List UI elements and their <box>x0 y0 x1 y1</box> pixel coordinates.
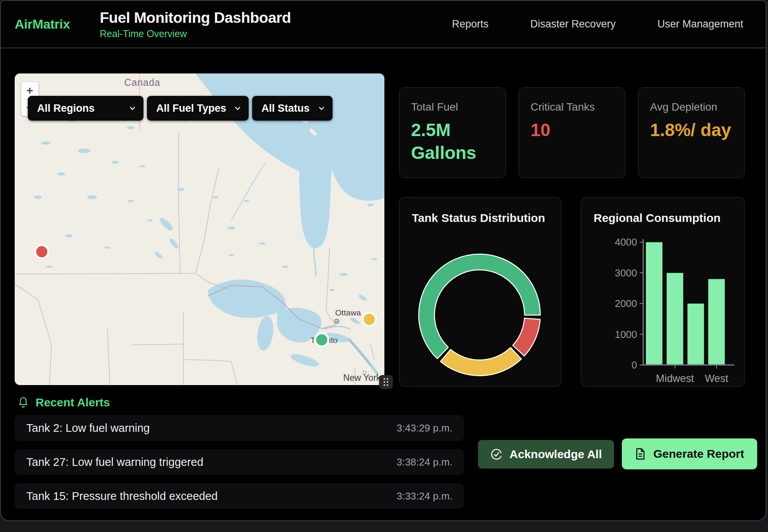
alert-time: 3:43:29 p.m. <box>396 422 452 434</box>
stat-value-total-fuel: 2.5M Gallons <box>411 119 494 164</box>
tank-marker-critical[interactable] <box>35 245 48 258</box>
app-logo: AirMatrix <box>15 17 70 32</box>
page-title: Fuel Monitoring Dashboard <box>100 9 291 26</box>
alerts-header: Recent Alerts <box>17 396 110 409</box>
map-label-country: Canada <box>124 77 160 88</box>
svg-text:3000: 3000 <box>615 268 637 278</box>
alert-row[interactable]: Tank 15: Pressure threshold exceeded 3:3… <box>15 483 464 509</box>
nav-reports[interactable]: Reports <box>452 18 489 30</box>
stat-value-critical-tanks: 10 <box>531 119 613 142</box>
tank-status-donut-chart <box>399 198 561 386</box>
acknowledge-all-button[interactable]: Acknowledge All <box>478 440 614 469</box>
stat-value-avg-depletion: 1.8%/ day <box>650 119 733 142</box>
alert-message: Tank 27: Low fuel warning triggered <box>26 456 203 469</box>
report-document-icon <box>635 448 646 460</box>
filter-all-status[interactable]: All Status <box>252 96 333 121</box>
tank-status-card: Tank Status Distribution <box>399 197 561 387</box>
generate-report-label: Generate Report <box>653 447 744 460</box>
nav-user-management[interactable]: User Management <box>657 18 743 30</box>
svg-text:0: 0 <box>631 360 637 370</box>
nav-disaster-recovery[interactable]: Disaster Recovery <box>530 18 616 30</box>
tank-status-title: Tank Status Distribution <box>412 211 545 225</box>
map-label-ottawa: Ottawa <box>335 308 361 317</box>
tank-marker-warning[interactable] <box>363 313 376 326</box>
check-circle-icon <box>490 448 503 460</box>
generate-report-button[interactable]: Generate Report <box>622 438 757 469</box>
stat-label: Avg Depletion <box>650 101 733 113</box>
svg-text:West: West <box>705 373 728 384</box>
main-nav: Reports Disaster Recovery User Managemen… <box>452 18 743 30</box>
svg-text:Midwest: Midwest <box>656 373 694 384</box>
alert-time: 3:38:24 p.m. <box>396 456 452 468</box>
drag-dots-icon <box>382 377 390 387</box>
map-label-newyork: New York <box>343 373 381 383</box>
svg-text:4000: 4000 <box>615 237 637 247</box>
svg-text:1000: 1000 <box>615 329 637 340</box>
bell-icon <box>17 396 29 409</box>
regional-consumption-bar-chart: 01000200030004000MidwestWest <box>581 198 744 386</box>
map-panel[interactable]: Canada Ottawa Toronto New York + − All R… <box>15 73 384 385</box>
filter-all-regions-label: All Regions <box>37 102 95 114</box>
page-subtitle: Real-Time Overview <box>100 28 291 39</box>
alert-message: Tank 2: Low fuel warning <box>26 422 150 435</box>
filter-all-regions[interactable]: All Regions <box>28 96 143 121</box>
stat-card-total-fuel: Total Fuel 2.5M Gallons <box>399 87 506 178</box>
map-filter-bar: All Regions All Fuel Types All Status <box>28 96 333 121</box>
stat-label: Total Fuel <box>411 101 494 113</box>
app-window: AirMatrix Fuel Monitoring Dashboard Real… <box>0 0 766 521</box>
alert-row[interactable]: Tank 27: Low fuel warning triggered 3:38… <box>15 449 464 475</box>
alerts-title: Recent Alerts <box>36 396 110 409</box>
ottawa-town-dot <box>336 321 338 322</box>
alert-message: Tank 15: Pressure threshold exceeded <box>26 490 218 503</box>
regional-consumption-card: Regional Consumption 01000200030004000Mi… <box>581 197 745 387</box>
stat-card-avg-depletion: Avg Depletion 1.8%/ day <box>638 87 745 178</box>
chevron-down-icon <box>234 106 241 111</box>
svg-text:2000: 2000 <box>615 298 637 309</box>
header: AirMatrix Fuel Monitoring Dashboard Real… <box>1 1 766 48</box>
map-resize-handle[interactable] <box>379 375 393 389</box>
acknowledge-all-label: Acknowledge All <box>510 448 602 461</box>
filter-all-status-label: All Status <box>261 102 310 114</box>
filter-all-fuel-types-label: All Fuel Types <box>156 102 226 114</box>
filter-all-fuel-types[interactable]: All Fuel Types <box>147 96 249 121</box>
alert-time: 3:33:24 p.m. <box>396 490 452 502</box>
chevron-down-icon <box>318 106 325 111</box>
stat-card-critical-tanks: Critical Tanks 10 <box>519 87 625 178</box>
regional-consumption-title: Regional Consumption <box>594 211 720 225</box>
stat-label: Critical Tanks <box>531 101 613 113</box>
alert-row[interactable]: Tank 2: Low fuel warning 3:43:29 p.m. <box>15 415 464 441</box>
chevron-down-icon <box>129 106 136 111</box>
title-block: Fuel Monitoring Dashboard Real-Time Over… <box>100 9 291 39</box>
tank-marker-normal[interactable] <box>315 333 328 346</box>
stats-row: Total Fuel 2.5M Gallons Critical Tanks 1… <box>399 87 745 178</box>
